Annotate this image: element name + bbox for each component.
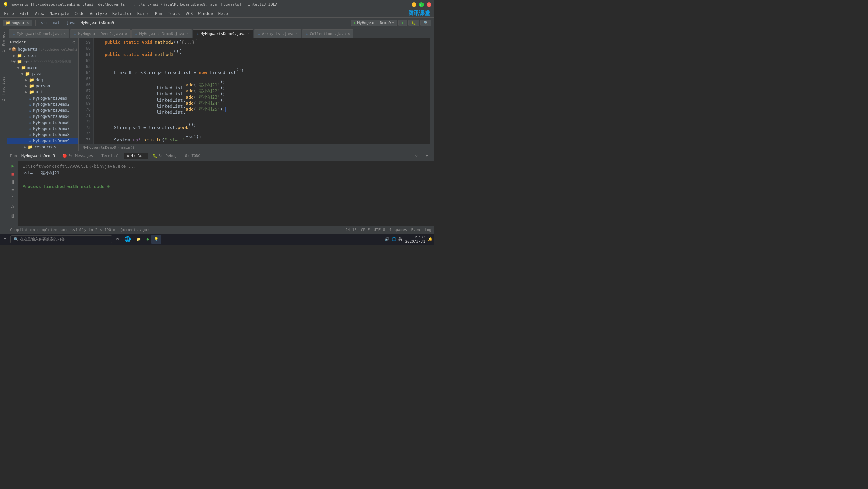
tab-myhogartsDemo4[interactable]: ☕ MyHogwartsDemo4.java × <box>9 29 69 38</box>
menu-run[interactable]: Run <box>152 10 165 17</box>
tree-demo6[interactable]: ☕ MyHogwartsDemo6 <box>7 120 78 126</box>
search-button[interactable]: 🔍 <box>420 20 431 26</box>
menu-help[interactable]: Help <box>216 10 231 17</box>
run-config-selector[interactable]: ▶ MyHogwartsDemo9 ▼ <box>351 20 397 26</box>
tree-demo4[interactable]: ☕ MyHogwartsDemo4 <box>7 113 78 120</box>
menu-window[interactable]: Window <box>195 10 215 17</box>
run-button[interactable]: ▶ <box>398 20 407 26</box>
clear-button[interactable]: 🗑 <box>9 212 16 219</box>
tree-main[interactable]: ▼ 📁 main <box>7 65 78 71</box>
tab-myhogartsDemo8[interactable]: ☕ MyHogwartsDemo8.java × <box>131 29 192 38</box>
statusbar: Compilation completed successfully in 2 … <box>7 226 434 234</box>
tab-myhogartsDemo2[interactable]: ☕ MyHogwartsDemo2.java × <box>70 29 131 38</box>
favorites-panel-icon[interactable]: 2: Favorites <box>1 75 6 103</box>
menu-file[interactable]: File <box>1 10 17 17</box>
tab-close-icon[interactable]: × <box>125 32 127 36</box>
project-sidebar: Project ⚙ ▼ 📦 hogwarts F:\codeSource\Jen… <box>7 38 79 151</box>
menu-tools[interactable]: Tools <box>165 10 183 17</box>
editor-content[interactable]: 59 60 61 62 63 64 65 66 67 68 69 70 <box>79 38 430 144</box>
code-line-70: linkedList.add("霍小测25"); <box>98 106 426 112</box>
tree-dog[interactable]: ▶ 📁 dog <box>7 77 78 83</box>
tree-person[interactable]: ▶ 📁 person <box>7 83 78 89</box>
tree-demo8[interactable]: ☕ MyHogwartsDemo8 <box>7 132 78 138</box>
tree-resources[interactable]: ▶ 📁 resources <box>7 144 78 150</box>
menu-refactor[interactable]: Refactor <box>110 10 135 17</box>
explorer-button[interactable]: 📁 <box>134 235 144 244</box>
breadcrumb-class[interactable]: MyHogwartsDemo9 <box>83 145 116 150</box>
menu-build[interactable]: Build <box>135 10 152 17</box>
output-line-3 <box>22 176 430 183</box>
titlebar: 💡 hogwarts [F:\codeSource\Jenkins-plugin… <box>0 0 434 9</box>
pause-button[interactable]: ⏸ <box>9 178 16 185</box>
tab-close-icon[interactable]: × <box>247 32 249 36</box>
task-view-button[interactable]: ⧉ <box>113 235 122 244</box>
close-button[interactable]: × <box>427 2 431 7</box>
encoding[interactable]: UTF-8 <box>374 228 385 232</box>
menu-view[interactable]: View <box>32 10 47 17</box>
tab-todo[interactable]: 6: TODO <box>181 153 204 159</box>
search-icon: 🔍 <box>14 237 19 242</box>
project-button[interactable]: 📁 hogwarts <box>3 20 32 26</box>
line-ending[interactable]: CRLF <box>361 228 370 232</box>
scroll-to-end-button[interactable]: ⤵ <box>9 195 16 201</box>
breadcrumb-src[interactable]: src <box>41 21 48 25</box>
chrome-button[interactable]: ● <box>144 235 152 244</box>
minimize-button[interactable]: − <box>412 2 416 7</box>
windows-icon: ⊞ <box>4 237 6 241</box>
maximize-button[interactable]: □ <box>419 2 424 7</box>
edge-button[interactable]: 🌐 <box>122 235 134 244</box>
settings-icon[interactable]: ⚙ <box>73 39 75 45</box>
menu-vcs[interactable]: VCS <box>183 10 196 17</box>
menu-analyze[interactable]: Analyze <box>87 10 110 17</box>
event-log[interactable]: Event Log <box>411 228 431 232</box>
start-button[interactable]: ⊞ <box>1 235 9 244</box>
tab-terminal[interactable]: Terminal <box>98 153 123 159</box>
tab-arraylist[interactable]: ☕ ArrayList.java × <box>254 29 301 38</box>
tab-run[interactable]: ▶ 4: Run <box>124 153 148 159</box>
tab-debug[interactable]: 🐛 5: Debug <box>149 153 180 159</box>
rerun-button[interactable]: ▶ <box>9 162 16 169</box>
windows-taskbar: ⊞ 🔍 在这里输入你要搜索的内容 ⧉ 🌐 📁 ● 💡 🔊 🌐 英 19:32 2… <box>0 234 434 244</box>
notification-icon[interactable]: 🔔 <box>428 237 433 241</box>
intellij-button[interactable]: 💡 <box>151 235 161 244</box>
tab-collections[interactable]: ☕ Collections.java × <box>302 29 354 38</box>
tab-close-icon[interactable]: × <box>296 32 298 36</box>
tree-hogwarts-root[interactable]: ▼ 📦 hogwarts F:\codeSource\Jenkins-plugi… <box>7 46 78 52</box>
menu-code[interactable]: Code <box>72 10 87 17</box>
left-panel-icons: 1: Project 2: Favorites <box>0 28 7 234</box>
tree-util[interactable]: ▶ 📁 util <box>7 89 78 95</box>
breadcrumb-main[interactable]: main <box>52 21 62 25</box>
settings-icon[interactable]: ⚙ <box>412 153 421 159</box>
menu-navigate[interactable]: Navigate <box>47 10 72 17</box>
debug-button[interactable]: 🐛 <box>408 20 419 26</box>
tab-close-icon[interactable]: × <box>64 32 66 36</box>
taskbar-time: 19:32 <box>414 235 425 239</box>
breadcrumb-file[interactable]: MyHogwartsDemo9 <box>81 21 114 25</box>
dump-threads-button[interactable]: ≡ <box>9 187 16 193</box>
tab-close-icon[interactable]: × <box>186 32 188 36</box>
tab-myhogartsDemo9[interactable]: ☕ MyHogwartsDemo9.java × <box>193 29 253 38</box>
tree-java[interactable]: ▼ 📁 java <box>7 71 78 77</box>
breadcrumb-java[interactable]: java <box>67 21 76 25</box>
indent-setting[interactable]: 4 spaces <box>389 228 407 232</box>
tab-messages[interactable]: 🔴 0: Messages <box>59 153 96 159</box>
tree-demo2[interactable]: ☕ MyHogwartsDemo2 <box>7 101 78 107</box>
stop-button[interactable]: ■ <box>9 170 16 177</box>
print-button[interactable]: 🖨 <box>9 203 16 210</box>
tree-demo3[interactable]: ☕ MyHogwartsDemo3 <box>7 107 78 113</box>
tree-demo7[interactable]: ☕ MyHogwartsDemo7 <box>7 126 78 132</box>
menu-edit[interactable]: Edit <box>17 10 32 17</box>
tab-close-icon[interactable]: × <box>348 32 350 36</box>
tree-demo9[interactable]: ☕ MyHogwartsDemo9 <box>7 138 78 144</box>
tree-idea[interactable]: ▶ 📁 .idea <box>7 52 78 59</box>
project-panel-icon[interactable]: 1: Project <box>1 30 6 54</box>
dropdown-arrow-icon: ▼ <box>392 21 394 25</box>
cursor-position[interactable]: 14:16 <box>346 228 357 232</box>
taskbar-search-placeholder[interactable]: 在这里输入你要搜索的内容 <box>20 237 65 242</box>
tree-demo1[interactable]: ☕ MyHogwartsDemo <box>7 95 78 101</box>
system-tray: 🔊 🌐 英 <box>385 237 402 242</box>
minimize-run-panel-button[interactable]: ▼ <box>422 153 431 159</box>
tree-test[interactable]: ▶ 📁 test <box>7 150 78 151</box>
breadcrumb-method[interactable]: main() <box>121 145 135 150</box>
code-editor[interactable]: public static void method2(){{...}} publ… <box>94 38 430 144</box>
